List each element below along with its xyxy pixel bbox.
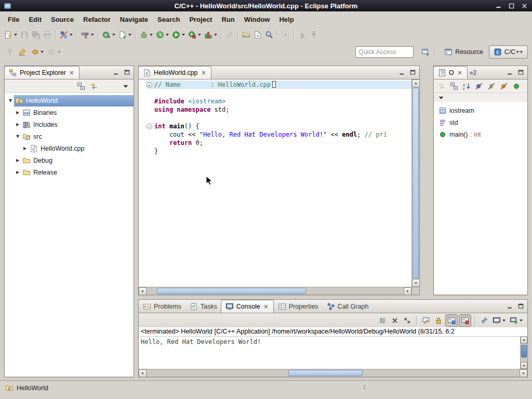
project-tree[interactable]: ▼CHelloWorld▶0101Binaries▶Includes▼Csrc▶… [5,93,134,377]
hide-nonpublic-button[interactable] [498,81,510,92]
scrollbar-thumb[interactable] [413,88,419,278]
menu-search[interactable]: Search [153,14,184,25]
new-file-dropdown-arrow[interactable] [128,34,131,36]
minimize-view-button[interactable] [504,302,515,311]
open-console-button[interactable] [508,314,524,327]
debug-dropdown-arrow[interactable] [150,34,153,36]
clear-console-button[interactable] [420,314,432,327]
new-class-dropdown-arrow[interactable] [112,34,115,36]
outline-item-iostream[interactable]: iostream [434,104,527,116]
scrollbar-thumb[interactable] [521,345,527,357]
show-stdout-button[interactable] [445,314,458,327]
tree-item-includes[interactable]: ▶Includes [5,118,134,130]
console-tab-call-graph[interactable]: Call Graph [323,300,373,313]
tab-project-explorer[interactable]: Project Explorer [4,66,79,79]
menu-edit[interactable]: Edit [24,14,46,25]
c-search-button[interactable]: C [263,29,275,41]
show-stderr-button[interactable] [459,314,471,327]
perspective-cpp-button[interactable]: CC/C++ [489,45,528,59]
fold-minus-icon[interactable]: − [147,124,152,129]
debug-button[interactable] [138,29,154,41]
scrollbar-thumb[interactable] [157,288,306,294]
remove-all-button[interactable] [402,314,413,327]
scroll-down-button[interactable] [521,362,527,369]
code-editor[interactable]: +// Name : HelloWorld.cpp#include <iostr… [139,79,419,295]
tree-expand-arrow[interactable]: ▶ [14,110,21,115]
scroll-up-button[interactable] [521,337,527,343]
tree-collapse-arrow[interactable]: ▼ [7,98,14,103]
menu-refactor[interactable]: Refactor [78,14,115,25]
tree-item-helloworld-cpp[interactable]: ▶CHelloWorld.cpp [5,142,134,154]
run-button[interactable] [170,29,187,41]
hide-fields-button[interactable] [473,81,485,92]
console-tab-properties[interactable]: Properties [274,300,323,313]
new-cpp-project-button[interactable]: C++ [241,29,252,41]
console-horizontal-scrollbar[interactable] [139,369,527,377]
close-icon[interactable] [457,70,463,76]
sort-az-button[interactable]: az [461,81,472,92]
maximize-button[interactable] [507,2,516,10]
build-all-button[interactable] [79,29,96,41]
scrollbar-track[interactable] [147,287,404,295]
minimize-view-button[interactable] [111,68,121,77]
scroll-left-button[interactable] [139,287,147,295]
close-icon[interactable] [201,70,207,76]
perspective-resource-button[interactable]: Resource [440,45,488,59]
new-file-button[interactable] [117,29,133,41]
display-console-dropdown-arrow[interactable] [502,320,506,322]
console-tab-console[interactable]: Console [221,300,274,313]
close-button[interactable] [520,2,529,10]
new-wizard-button[interactable] [3,29,19,41]
collapse-all-button[interactable] [448,81,460,92]
scroll-lock-button[interactable] [433,314,444,327]
tab-outline[interactable]: O [433,66,468,79]
console-tab-problems[interactable]: Problems [139,300,185,313]
last-edit-location-button[interactable] [17,46,28,58]
maximize-view-button[interactable] [515,302,526,311]
new-wizard-dropdown-arrow[interactable] [14,34,17,36]
menu-source[interactable]: Source [46,14,78,25]
external-tools-button[interactable] [187,29,203,41]
view-menu-button[interactable] [120,81,131,92]
collapse-all-button[interactable] [75,81,87,92]
new-source-file-button[interactable]: c [252,29,263,41]
tree-item-binaries[interactable]: ▶0101Binaries [5,107,134,118]
window-menu-icon[interactable] [3,2,11,10]
open-perspective-button[interactable] [420,46,431,58]
coverage-dropdown-arrow[interactable] [214,34,217,36]
run-dropdown-arrow[interactable] [182,34,185,36]
tree-item-src[interactable]: ▼Csrc [5,130,134,142]
editor-horizontal-scrollbar[interactable] [139,287,411,295]
external-tools-dropdown-arrow[interactable] [198,34,201,36]
minimize-button[interactable] [494,2,503,10]
back-dropdown-arrow[interactable] [41,51,44,53]
console-body[interactable]: <terminated> HelloWorld [C/C++ Applicati… [139,327,527,369]
close-icon[interactable] [263,303,269,310]
scrollbar-track[interactable] [147,369,520,377]
menu-window[interactable]: Window [240,14,275,25]
remove-launch-button[interactable] [389,314,401,327]
console-tab-tasks[interactable]: Tasks [185,300,221,313]
minimize-view-button[interactable] [396,68,407,77]
menu-navigate[interactable]: Navigate [115,14,153,25]
editor-outline-sash[interactable] [420,65,433,295]
hidden-views-chevron[interactable]: »2 [468,69,478,76]
scroll-right-button[interactable] [404,287,411,295]
display-console-button[interactable] [491,314,507,327]
scroll-right-button[interactable] [520,369,527,377]
outline-items[interactable]: iostreamstdmain() : int [434,102,527,295]
scrollbar-track[interactable] [521,343,527,362]
coverage-button[interactable] [203,29,219,41]
forward-dropdown-arrow[interactable] [58,51,61,53]
fold-plus-icon[interactable]: + [147,82,152,88]
scroll-up-button[interactable] [412,79,419,87]
profile-button[interactable] [154,29,170,41]
scrollbar-thumb[interactable] [288,370,363,376]
tree-expand-arrow[interactable]: ▶ [14,158,21,163]
status-resize-grip[interactable] [364,385,365,387]
tree-expand-arrow[interactable]: ▶ [21,146,29,151]
maximize-view-button[interactable] [122,68,132,77]
menu-help[interactable]: Help [274,14,298,25]
hide-static-button[interactable]: S [486,81,497,92]
titlebar[interactable]: C/C++ - HelloWorld/src/HelloWorld.cpp - … [0,0,532,11]
